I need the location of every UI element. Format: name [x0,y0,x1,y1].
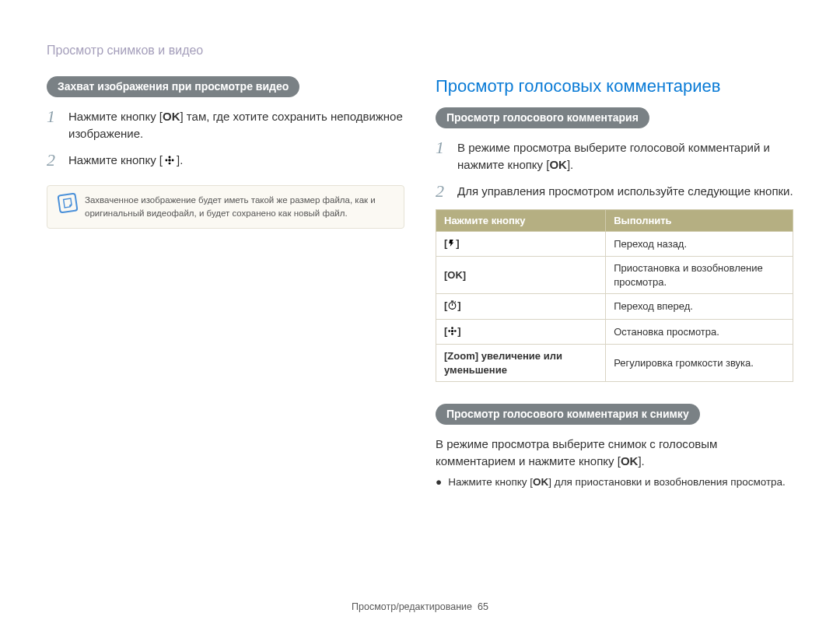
ok-icon: OK [533,476,548,488]
bullet-text: ] для приостановки и возобновления просм… [548,476,786,488]
ok-icon: OK [621,454,639,468]
step-number: 1 [47,108,61,142]
timer-icon [447,300,457,314]
svg-point-1 [169,156,171,158]
action-cell: Переход назад. [606,231,793,257]
key-cell: [] [436,319,606,345]
note-text: Захваченное изображение будет иметь тако… [85,194,393,219]
key-cell: [Zoom] увеличение или уменьшение [436,345,606,382]
left-step-2: 2 Нажмите кнопку []. [47,152,404,170]
note-icon [57,193,78,214]
table-row: [] Переход вперед. [436,294,793,320]
svg-point-6 [451,330,453,332]
step-number: 2 [436,183,450,200]
section-pill-capture: Захват изображения при просмотре видео [47,76,299,97]
table-row: [] Остановка просмотра. [436,319,793,345]
table-row: [OK] Приостановка и возобновление просмо… [436,257,793,294]
action-cell: Регулировка громкости звука. [606,345,793,382]
svg-point-5 [450,303,457,310]
bullet-item: ● Нажмите кнопку [OK] для приостановки и… [436,475,793,490]
bullet-dot: ● [436,475,442,490]
step-number: 1 [436,139,450,173]
table-row: [] Переход назад. [436,231,793,257]
key-cell: [] [436,231,606,257]
footer-page: 65 [478,601,488,612]
ok-icon: OK [447,269,463,281]
left-step-1: 1 Нажмите кнопку [OK] там, где хотите со… [47,108,404,142]
table-header-row: Нажмите кнопку Выполнить [436,209,793,231]
step-text: Нажмите кнопку [ [68,110,163,123]
key-cell: [OK] [436,257,606,294]
ok-icon: OK [163,110,180,123]
step-text: Нажмите кнопку [ [68,153,163,166]
step-text: Для управления просмотром используйте сл… [457,183,793,200]
svg-point-4 [172,159,174,161]
note-box: Захваченное изображение будет иметь тако… [47,185,404,228]
step-text: ]. [567,158,573,171]
paragraph: В режиме просмотра выберите снимок с гол… [436,436,793,470]
breadcrumb: Просмотр снимков и видео [47,44,793,58]
svg-point-8 [451,333,453,335]
page-footer: Просмотр/редактирование 65 [0,601,840,612]
flower-icon [447,326,457,340]
ok-icon: OK [549,158,567,171]
key-cell: [] [436,294,606,320]
flash-icon [447,238,456,252]
left-column: Захват изображения при просмотре видео 1… [47,76,404,489]
right-step-2: 2 Для управления просмотром используйте … [436,183,793,200]
section-pill-voice-photo: Просмотр голосового комментария к снимку [436,404,700,425]
action-cell: Переход вперед. [606,294,793,320]
step-text: В режиме просмотра выберите голосовой ко… [457,141,770,171]
para-text: В режиме просмотра выберите снимок с гол… [436,437,717,468]
svg-point-10 [454,330,457,332]
flower-icon [163,153,177,170]
step-number: 2 [47,152,61,170]
svg-point-0 [168,159,171,162]
action-cell: Приостановка и возобновление просмотра. [606,257,793,294]
action-cell: Остановка просмотра. [606,319,793,345]
svg-point-2 [169,162,171,164]
section-pill-voice: Просмотр голосового комментария [436,107,649,128]
right-column: Просмотр голосовых комментариев Просмотр… [436,76,793,489]
svg-point-9 [449,330,451,332]
step-text: ]. [177,153,183,166]
svg-point-7 [451,327,453,329]
svg-point-3 [165,159,167,161]
bullet-text: Нажмите кнопку [ [448,476,533,488]
table-header: Нажмите кнопку [436,209,606,231]
para-text: ]. [638,454,644,468]
controls-table: Нажмите кнопку Выполнить [] Переход наза… [436,209,793,383]
table-header: Выполнить [606,209,793,231]
footer-label: Просмотр/редактирование [352,601,472,612]
section-heading: Просмотр голосовых комментариев [436,76,793,96]
table-row: [Zoom] увеличение или уменьшение Регулир… [436,345,793,382]
right-step-1: 1 В режиме просмотра выберите голосовой … [436,139,793,173]
